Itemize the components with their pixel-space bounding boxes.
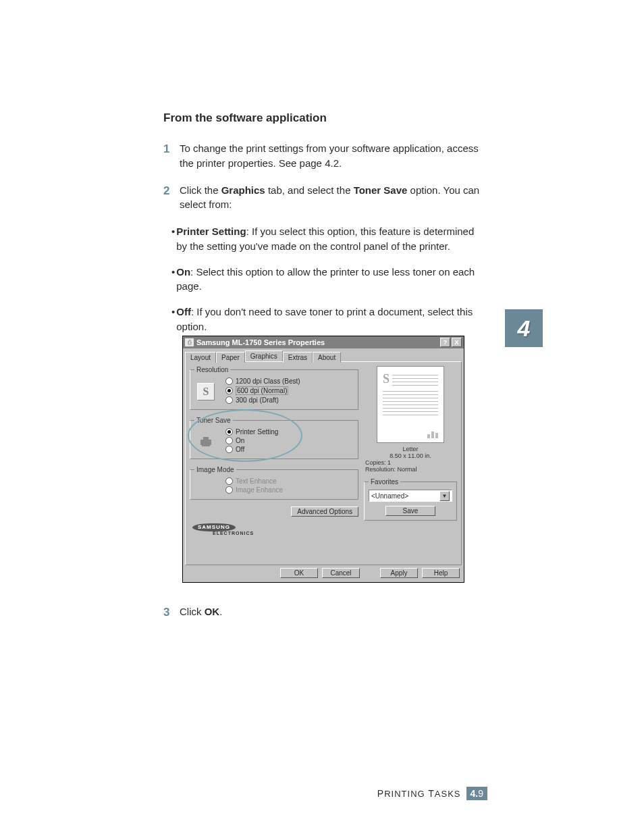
bold: Off <box>176 306 191 317</box>
tab-layout[interactable]: Layout <box>185 352 216 363</box>
image-mode-group: Image Mode Text Enhance Image Enhance <box>190 466 358 500</box>
titlebar: ⎙ Samsung ML-1750 Series Properties ? X <box>183 336 464 348</box>
step-3: 3 Click OK. <box>163 604 481 621</box>
tab-paper[interactable]: Paper <box>216 352 245 363</box>
favorites-legend: Favorites <box>369 478 400 486</box>
label: Printer Setting <box>236 428 278 436</box>
tab-extras[interactable]: Extras <box>283 352 313 363</box>
resolution-group: Resolution S 1200 dpi Class (Best) 600 d… <box>190 366 358 410</box>
help-dialog-button[interactable]: Help <box>422 568 460 578</box>
footer-page-number: 4.9 <box>466 787 487 800</box>
step-2: 2 Click the Graphics tab, and select the… <box>163 183 481 213</box>
text: . <box>219 606 222 617</box>
step-1-text: To change the print settings from your s… <box>180 141 481 171</box>
step-number: 2 <box>163 183 180 213</box>
cancel-button[interactable]: Cancel <box>322 568 360 578</box>
resolution-icon: S <box>197 383 215 400</box>
preview-info: Letter 8.50 x 11.00 in. Copies: 1 Resolu… <box>364 446 457 473</box>
page-footer: PRINTING TASKS 4.9 <box>377 787 487 800</box>
toner-save-legend: Toner Save <box>194 417 233 424</box>
size-label: 8.50 x 11.00 in. <box>364 452 457 459</box>
label: 600 dpi (Normal) <box>236 386 288 395</box>
dialog-button-row: OK Cancel Apply Help <box>183 565 464 582</box>
page-preview: S <box>377 366 444 443</box>
radio-off[interactable]: Off <box>225 446 354 453</box>
brand-sub: ELECTRONICS <box>213 531 254 536</box>
step-number: 1 <box>163 141 180 171</box>
chapter: 4. <box>471 788 479 799</box>
step-number: 3 <box>163 604 180 621</box>
apply-button[interactable]: Apply <box>380 568 418 578</box>
help-button[interactable]: ? <box>440 338 450 347</box>
section-heading: From the software application <box>163 111 481 125</box>
favorites-group: Favorites <Unnamed> ▼ Save <box>364 478 457 521</box>
preview-s-icon: S <box>383 372 390 388</box>
radio-600dpi[interactable]: 600 dpi (Normal) <box>225 386 354 395</box>
radio-image-enhance[interactable]: Image Enhance <box>225 486 354 494</box>
radio-text-enhance[interactable]: Text Enhance <box>225 477 354 485</box>
label: Text Enhance <box>236 477 277 485</box>
favorites-save-button[interactable]: Save <box>385 506 435 516</box>
radio-printer-setting[interactable]: Printer Setting <box>225 428 354 436</box>
toner-save-group: Toner Save Printer Setting On Off <box>190 417 358 459</box>
step-3-text: Click OK. <box>180 604 481 621</box>
label: Off <box>236 446 244 453</box>
bold-graphics: Graphics <box>221 184 265 196</box>
text: Click <box>180 606 205 617</box>
label: On <box>236 437 244 444</box>
resolution-legend: Resolution <box>194 366 230 373</box>
image-mode-legend: Image Mode <box>194 466 236 473</box>
radio-300dpi[interactable]: 300 dpi (Draft) <box>225 396 354 404</box>
ok-button[interactable]: OK <box>280 568 318 578</box>
step-2-text: Click the Graphics tab, and select the T… <box>180 183 481 213</box>
dialog-title: Samsung ML-1750 Series Properties <box>196 338 439 346</box>
copies-label: Copies: 1 <box>365 459 457 466</box>
label: Image Enhance <box>236 486 283 494</box>
bold: On <box>176 266 190 278</box>
bold-ok: OK <box>205 606 220 617</box>
label: 1200 dpi Class (Best) <box>236 377 300 385</box>
footer-title-text: RINTING <box>384 789 425 799</box>
tab-panel: Resolution S 1200 dpi Class (Best) 600 d… <box>185 361 462 565</box>
text: : Select this option to allow the printe… <box>176 266 475 292</box>
chapter-tab: 4 <box>505 309 543 347</box>
tab-graphics[interactable]: Graphics <box>245 350 283 361</box>
bold-toner-save: Toner Save <box>354 184 408 196</box>
tab-about[interactable]: About <box>313 352 341 363</box>
chevron-down-icon[interactable]: ▼ <box>439 491 450 501</box>
text: Click the <box>180 184 221 196</box>
advanced-options-button[interactable]: Advanced Options <box>291 506 358 517</box>
close-button[interactable]: X <box>452 338 462 347</box>
bullet-printer-setting: Printer Setting: If you select this opti… <box>171 224 481 254</box>
tabs-row: Layout Paper Graphics Extras About <box>183 348 464 361</box>
chapter-number: 4 <box>518 315 531 342</box>
label: 300 dpi (Draft) <box>236 396 279 404</box>
printer-icon: ⎙ <box>185 338 194 346</box>
text: : If you don't need to save toner to pri… <box>176 306 473 332</box>
page: 9 <box>478 788 483 799</box>
res-label: Resolution: Normal <box>365 466 457 473</box>
bullet-off: Off: If you don't need to save toner to … <box>171 305 481 334</box>
radio-on[interactable]: On <box>225 437 354 444</box>
bold: Printer Setting <box>176 226 246 237</box>
favorites-value: <Unnamed> <box>371 492 408 500</box>
step-1: 1 To change the print settings from your… <box>163 141 481 171</box>
bullet-on: On: Select this option to allow the prin… <box>171 265 481 294</box>
favorites-select[interactable]: <Unnamed> ▼ <box>369 490 452 502</box>
paper-label: Letter <box>364 446 457 452</box>
footer-title: PRINTING TASKS <box>377 788 461 799</box>
brand: SAMSUNG ELECTRONICS <box>190 521 358 538</box>
radio-1200dpi[interactable]: 1200 dpi Class (Best) <box>225 377 354 385</box>
text: tab, and select the <box>265 184 354 196</box>
toner-save-icon <box>197 434 215 451</box>
printer-properties-dialog: ⎙ Samsung ML-1750 Series Properties ? X … <box>182 336 464 583</box>
